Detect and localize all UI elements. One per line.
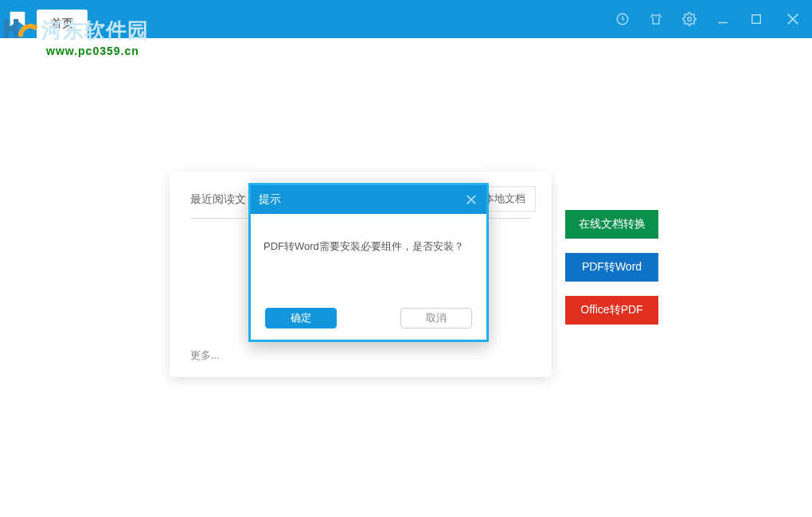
svg-point-1 xyxy=(688,17,692,21)
dialog-title: 提示 xyxy=(259,192,281,207)
svg-rect-3 xyxy=(752,15,761,24)
dialog-footer: 确定 取消 xyxy=(251,308,486,328)
prompt-dialog: 提示 PDF转Word需要安装必要组件，是否安装？ 确定 取消 xyxy=(248,183,489,342)
watermark-url: www.pc0359.cn xyxy=(46,45,149,57)
more-link[interactable]: 更多... xyxy=(190,348,220,363)
content-area: 河东软件园 www.pc0359.cn 最近阅读文 本地文档 更多... 在线文… xyxy=(0,38,812,517)
settings-icon[interactable] xyxy=(678,8,701,30)
side-buttons: 在线文档转换 PDF转Word Office转PDF xyxy=(565,210,658,325)
maximize-icon[interactable] xyxy=(745,8,767,30)
online-convert-button[interactable]: 在线文档转换 xyxy=(565,210,658,239)
dialog-close-icon[interactable] xyxy=(464,192,478,207)
cancel-button[interactable]: 取消 xyxy=(400,308,472,328)
minimize-icon[interactable] xyxy=(712,8,734,30)
history-icon[interactable] xyxy=(611,8,634,30)
ok-button[interactable]: 确定 xyxy=(265,308,337,328)
titlebar-left: 首页 xyxy=(0,0,88,38)
close-icon[interactable] xyxy=(779,5,807,33)
recent-read-label: 最近阅读文 xyxy=(190,192,246,207)
tab-home[interactable]: 首页 xyxy=(37,10,88,38)
skin-icon[interactable] xyxy=(645,8,667,30)
dialog-header[interactable]: 提示 xyxy=(251,185,486,214)
pdf-to-word-button[interactable]: PDF转Word xyxy=(565,253,658,282)
titlebar: 首页 xyxy=(0,0,812,38)
titlebar-right xyxy=(611,0,812,38)
office-to-pdf-button[interactable]: Office转PDF xyxy=(565,296,658,325)
app-logo-icon xyxy=(6,8,29,30)
dialog-message: PDF转Word需要安装必要组件，是否安装？ xyxy=(251,214,486,254)
